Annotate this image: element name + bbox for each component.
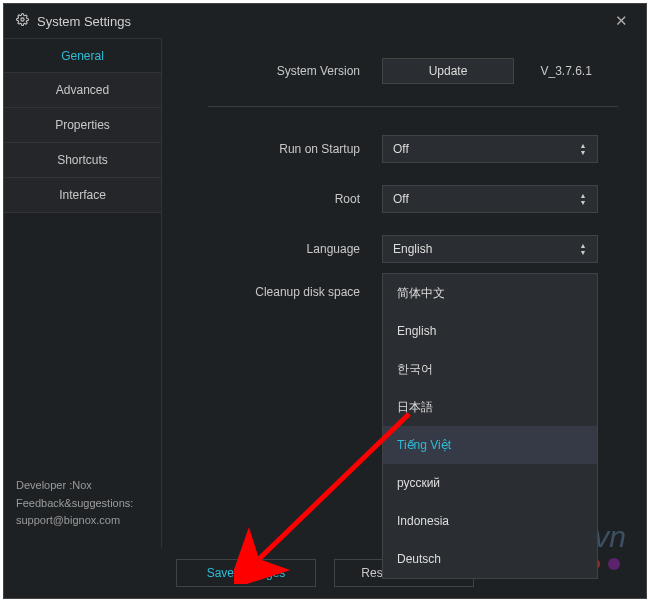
version-value: V_3.7.6.1 bbox=[540, 64, 591, 78]
root-value: Off bbox=[393, 192, 575, 206]
save-button-label: Save Changes bbox=[207, 566, 286, 580]
svg-point-0 bbox=[21, 18, 24, 21]
startup-label: Run on Startup bbox=[162, 142, 382, 156]
tab-advanced[interactable]: Advanced bbox=[4, 73, 161, 108]
language-option[interactable]: 한국어 bbox=[383, 350, 597, 388]
tab-label: Advanced bbox=[56, 83, 109, 97]
language-dropdown[interactable]: 简体中文English한국어日本語Tiếng ViệtрусскийIndone… bbox=[382, 273, 598, 579]
language-option[interactable]: English bbox=[383, 312, 597, 350]
tab-label: General bbox=[61, 49, 104, 63]
divider bbox=[208, 106, 618, 107]
sidebar-tabs: General Advanced Properties Shortcuts In… bbox=[4, 38, 161, 213]
language-label: Language bbox=[162, 242, 382, 256]
tab-label: Properties bbox=[55, 118, 110, 132]
update-button[interactable]: Update bbox=[382, 58, 514, 84]
chevron-updown-icon: ▲▼ bbox=[575, 143, 591, 156]
support-email: support@bignox.com bbox=[16, 512, 153, 530]
language-option[interactable]: Indonesia bbox=[383, 502, 597, 540]
root-label: Root bbox=[162, 192, 382, 206]
settings-window: System Settings ✕ General Advanced Prope… bbox=[3, 3, 647, 599]
startup-select[interactable]: Off ▲▼ bbox=[382, 135, 598, 163]
language-option[interactable]: 日本語 bbox=[383, 388, 597, 426]
language-select[interactable]: English ▲▼ bbox=[382, 235, 598, 263]
window-title: System Settings bbox=[37, 14, 609, 29]
save-changes-button[interactable]: Save Changes bbox=[176, 559, 316, 587]
language-option[interactable]: русский bbox=[383, 464, 597, 502]
system-version-label: System Version bbox=[162, 64, 382, 78]
chevron-updown-icon: ▲▼ bbox=[575, 243, 591, 256]
language-option[interactable]: 简体中文 bbox=[383, 274, 597, 312]
tab-general[interactable]: General bbox=[4, 38, 161, 73]
cleanup-label: Cleanup disk space bbox=[162, 285, 382, 299]
language-option[interactable]: Tiếng Việt bbox=[383, 426, 597, 464]
tab-shortcuts[interactable]: Shortcuts bbox=[4, 143, 161, 178]
feedback-label: Feedback&suggestions: bbox=[16, 495, 153, 513]
close-icon[interactable]: ✕ bbox=[609, 10, 634, 32]
sidebar: General Advanced Properties Shortcuts In… bbox=[4, 38, 162, 548]
chevron-updown-icon: ▲▼ bbox=[575, 193, 591, 206]
main-panel: System Version Update V_3.7.6.1 Run on S… bbox=[162, 38, 646, 548]
language-option[interactable]: Deutsch bbox=[383, 540, 597, 578]
language-value: English bbox=[393, 242, 575, 256]
root-select[interactable]: Off ▲▼ bbox=[382, 185, 598, 213]
startup-value: Off bbox=[393, 142, 575, 156]
sidebar-footer: Developer :Nox Feedback&suggestions: sup… bbox=[4, 467, 161, 548]
tab-label: Interface bbox=[59, 188, 106, 202]
tab-interface[interactable]: Interface bbox=[4, 178, 161, 213]
tab-properties[interactable]: Properties bbox=[4, 108, 161, 143]
update-button-label: Update bbox=[429, 64, 468, 78]
gear-icon bbox=[16, 13, 29, 29]
title-bar: System Settings ✕ bbox=[4, 4, 646, 38]
developer-label: Developer :Nox bbox=[16, 477, 153, 495]
tab-label: Shortcuts bbox=[57, 153, 108, 167]
